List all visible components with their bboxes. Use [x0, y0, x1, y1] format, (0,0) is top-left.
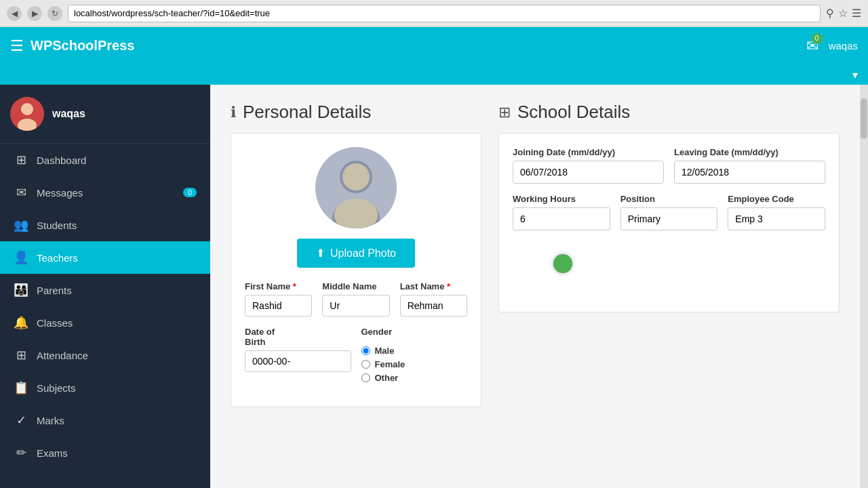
work-row: Working Hours Position Employee Code	[513, 194, 825, 230]
cursor-area	[513, 244, 825, 298]
sidebar-item-subjects[interactable]: 📋 Subjects	[0, 371, 210, 404]
first-name-input[interactable]	[245, 295, 312, 317]
teachers-icon: 👤	[14, 250, 28, 265]
employee-code-input[interactable]	[728, 207, 825, 230]
sidebar: waqas ⊞ Dashboard ✉ Messages 0 👥 Student…	[0, 85, 210, 488]
sidebar-item-students[interactable]: 👥 Students	[0, 209, 210, 241]
scrollbar-track[interactable]	[860, 85, 868, 488]
employee-code-group: Employee Code	[728, 194, 825, 230]
students-icon: 👥	[14, 218, 28, 232]
dates-row: Joining Date (mm/dd/yy) Leaving Date (mm…	[513, 147, 825, 184]
working-hours-group: Working Hours	[513, 194, 610, 230]
sidebar-item-label: Attendance	[37, 350, 88, 361]
sidebar-item-label: Subjects	[37, 382, 76, 394]
personal-details-header: ℹ Personal Details	[231, 102, 481, 123]
upload-icon: ⬆	[316, 247, 325, 260]
sidebar-avatar	[10, 97, 44, 131]
position-input[interactable]	[620, 207, 718, 230]
svg-point-1	[21, 103, 33, 115]
sidebar-item-classes[interactable]: 🔔 Classes	[0, 306, 210, 339]
sidebar-item-marks[interactable]: ✓ Marks	[0, 404, 210, 436]
personal-details-card: ⬆ Upload Photo First Name *	[231, 133, 481, 407]
gender-radio-group: Male Female Other	[361, 346, 468, 383]
position-group: Position	[620, 194, 718, 230]
sub-navbar: ▾	[0, 64, 868, 85]
gender-male-option[interactable]: Male	[361, 346, 468, 356]
sidebar-item-teachers[interactable]: 👤 Teachers	[0, 241, 210, 274]
sidebar-item-parents[interactable]: 👨‍👩‍👧 Parents	[0, 274, 210, 306]
scrollbar-thumb[interactable]	[861, 98, 867, 139]
school-details-section: ⊞ School Details Joining Date (mm/dd/yy)…	[498, 102, 840, 312]
sidebar-item-messages[interactable]: ✉ Messages 0	[0, 176, 210, 209]
attendance-icon: ⊞	[14, 348, 28, 363]
app-logo: WPSchoolPress	[31, 38, 806, 54]
sidebar-item-label: Classes	[37, 317, 73, 329]
first-name-label: First Name *	[245, 281, 312, 291]
browser-chrome: ◀ ▶ ↻ ⚲ ☆ ☰	[0, 0, 868, 27]
hamburger-button[interactable]: ☰	[10, 37, 24, 55]
chevron-down-icon[interactable]: ▾	[852, 68, 858, 81]
gender-other-radio[interactable]	[361, 373, 370, 382]
profile-avatar	[315, 147, 397, 228]
middle-name-group: Middle Name	[322, 281, 389, 317]
leaving-date-input[interactable]	[674, 161, 825, 184]
gender-female-option[interactable]: Female	[361, 359, 468, 369]
dob-gender-row: Date ofBirth Gender Male	[245, 327, 467, 383]
avatar-section: ⬆ Upload Photo	[245, 147, 467, 268]
dashboard-icon: ⊞	[14, 152, 28, 167]
parents-icon: 👨‍👩‍👧	[14, 283, 28, 298]
gender-other-label: Other	[375, 373, 399, 383]
leaving-date-group: Leaving Date (mm/dd/yy)	[674, 147, 825, 184]
first-name-group: First Name *	[245, 281, 312, 317]
content-columns: ℹ Personal Details	[231, 102, 840, 407]
middle-name-input[interactable]	[322, 295, 389, 317]
school-details-header: ⊞ School Details	[498, 102, 840, 123]
gender-male-radio[interactable]	[361, 346, 370, 355]
sidebar-item-label: Marks	[37, 415, 64, 426]
sidebar-user: waqas	[0, 85, 210, 144]
sidebar-item-label: Dashboard	[37, 155, 86, 166]
refresh-button[interactable]: ↻	[47, 6, 62, 21]
upload-photo-label: Upload Photo	[330, 247, 396, 260]
leaving-date-label: Leaving Date (mm/dd/yy)	[674, 147, 825, 157]
messages-badge: 0	[183, 188, 197, 197]
main-layout: waqas ⊞ Dashboard ✉ Messages 0 👥 Student…	[0, 85, 868, 488]
gender-female-radio[interactable]	[361, 360, 370, 369]
joining-date-group: Joining Date (mm/dd/yy)	[513, 147, 664, 184]
svg-point-6	[342, 163, 370, 190]
gender-female-label: Female	[375, 359, 406, 369]
school-icon: ⊞	[498, 104, 511, 121]
working-hours-label: Working Hours	[513, 194, 610, 204]
sidebar-item-label: Exams	[37, 447, 68, 459]
joining-date-input[interactable]	[513, 161, 664, 184]
school-details-title: School Details	[517, 102, 630, 123]
back-button[interactable]: ◀	[7, 6, 22, 21]
sidebar-item-label: Teachers	[37, 252, 78, 264]
star-icon[interactable]: ☆	[838, 7, 848, 20]
main-content: ℹ Personal Details	[210, 85, 860, 488]
employee-code-label: Employee Code	[728, 194, 825, 204]
dob-input[interactable]	[245, 350, 351, 372]
gender-other-option[interactable]: Other	[361, 373, 468, 383]
sidebar-item-dashboard[interactable]: ⊞ Dashboard	[0, 144, 210, 176]
sidebar-item-label: Parents	[37, 285, 72, 296]
sidebar-username: waqas	[52, 108, 85, 120]
url-bar[interactable]	[68, 5, 821, 22]
sidebar-item-exams[interactable]: ✏ Exams	[0, 436, 210, 469]
sidebar-item-label: Messages	[37, 187, 83, 199]
username-label[interactable]: waqas	[829, 40, 858, 52]
notification-icon[interactable]: ✉ 0	[806, 37, 818, 55]
last-name-input[interactable]	[400, 295, 467, 317]
gender-label: Gender	[361, 327, 468, 337]
gender-male-label: Male	[375, 346, 395, 356]
notification-badge: 0	[812, 33, 823, 44]
middle-name-label: Middle Name	[322, 281, 389, 291]
working-hours-input[interactable]	[513, 207, 610, 230]
forward-button[interactable]: ▶	[27, 6, 42, 21]
menu-icon[interactable]: ☰	[852, 7, 861, 20]
gender-group: Gender Male Female	[361, 327, 468, 383]
sidebar-item-attendance[interactable]: ⊞ Attendance	[0, 339, 210, 371]
green-cursor	[553, 254, 572, 273]
upload-photo-button[interactable]: ⬆ Upload Photo	[297, 239, 415, 268]
sidebar-item-label: Students	[37, 220, 77, 231]
